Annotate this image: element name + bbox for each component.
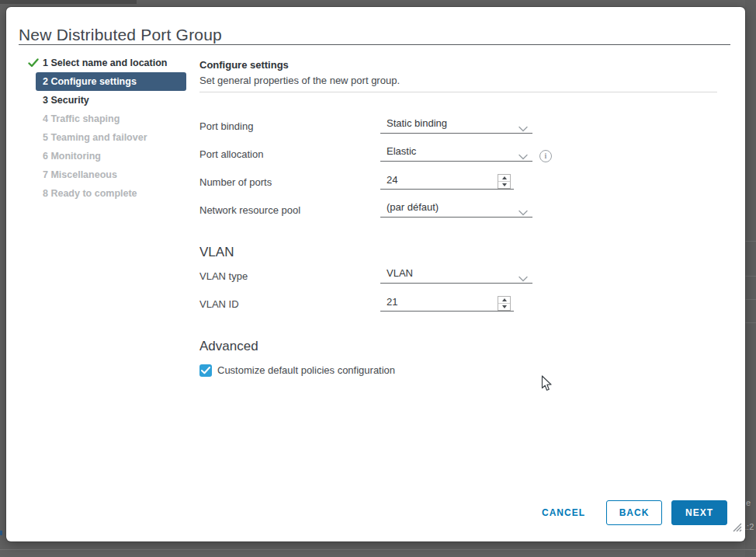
step-traffic-shaping: 4 Traffic shaping	[6, 110, 197, 128]
stepper-up-button[interactable]	[498, 297, 510, 304]
pane-divider	[199, 92, 717, 92]
pane-subheading: Set general properties of the new port g…	[199, 75, 400, 87]
screen: e 1:2 New Distributed Port Group 1 Selec…	[0, 0, 756, 557]
step-monitoring: 6 Monitoring	[6, 147, 197, 165]
back-button[interactable]: BACK	[606, 500, 662, 525]
step-label: 1 Select name and location	[43, 57, 167, 68]
background-text-fragment: e	[746, 498, 751, 507]
stepper-down-button[interactable]	[498, 304, 510, 310]
customize-policies-label: Customize default policies configuration	[217, 364, 395, 378]
step-label: 7 Miscellaneous	[43, 169, 117, 180]
step-miscellaneous: 7 Miscellaneous	[6, 165, 197, 184]
vlan-id-label: VLAN ID	[199, 298, 239, 312]
customize-policies-checkbox[interactable]	[199, 364, 212, 377]
port-allocation-value: Elastic	[387, 145, 416, 157]
next-button[interactable]: NEXT	[671, 500, 727, 525]
vlan-type-value: VLAN	[387, 267, 413, 279]
vlan-type-select[interactable]: VLAN	[380, 263, 532, 284]
background-blue-fragment	[0, 531, 2, 535]
step-label: 2 Configure settings	[43, 76, 137, 87]
vlan-id-input[interactable]	[387, 296, 480, 308]
step-label: 8 Ready to complete	[43, 188, 137, 199]
background-row-divider	[745, 276, 756, 277]
chevron-down-icon	[518, 271, 528, 277]
network-resource-pool-select[interactable]: (par défaut)	[380, 197, 532, 218]
resize-grip[interactable]	[733, 521, 742, 531]
step-teaming-and-failover: 5 Teaming and failover	[6, 128, 197, 147]
pane-heading: Configure settings	[199, 59, 289, 71]
chevron-down-icon	[518, 121, 528, 127]
background-row-divider	[745, 299, 756, 300]
wizard-steps: 1 Select name and location 2 Configure s…	[6, 54, 197, 203]
dialog-title: New Distributed Port Group	[19, 26, 222, 44]
background-right-strip	[745, 0, 756, 557]
port-binding-select[interactable]: Static binding	[380, 113, 532, 134]
step-select-name-and-location[interactable]: 1 Select name and location	[6, 54, 197, 72]
step-label: 3 Security	[43, 95, 89, 106]
step-security[interactable]: 3 Security	[6, 91, 197, 110]
port-allocation-select[interactable]: Elastic	[380, 141, 532, 162]
vlan-section-heading: VLAN	[199, 244, 234, 261]
chevron-down-icon	[518, 149, 528, 155]
network-resource-pool-label: Network resource pool	[199, 204, 300, 218]
port-allocation-label: Port allocation	[199, 148, 263, 162]
step-label: 4 Traffic shaping	[43, 113, 120, 124]
title-divider	[19, 44, 730, 45]
background-row-divider	[745, 241, 756, 242]
number-of-ports-input[interactable]	[387, 174, 480, 186]
stepper-down-button[interactable]	[498, 182, 510, 188]
step-configure-settings[interactable]: 2 Configure settings	[36, 72, 186, 91]
new-distributed-port-group-dialog: New Distributed Port Group 1 Select name…	[6, 7, 745, 541]
background-topbar	[0, 0, 137, 4]
vlan-type-label: VLAN type	[199, 270, 248, 284]
advanced-section-heading: Advanced	[199, 338, 258, 355]
background-bottom-divider	[0, 549, 756, 550]
stepper-up-button[interactable]	[498, 175, 510, 182]
step-ready-to-complete: 8 Ready to complete	[6, 184, 197, 203]
background-row-divider	[745, 322, 756, 323]
number-of-ports-field	[380, 169, 514, 190]
check-icon	[28, 57, 39, 68]
vlan-id-field	[380, 291, 514, 312]
cancel-button[interactable]: CANCEL	[534, 500, 593, 525]
info-icon[interactable]: i	[539, 150, 552, 162]
step-label: 5 Teaming and failover	[43, 132, 147, 143]
port-binding-label: Port binding	[199, 120, 253, 134]
number-of-ports-label: Number of ports	[199, 176, 272, 190]
port-binding-value: Static binding	[387, 117, 447, 129]
step-label: 6 Monitoring	[43, 151, 101, 162]
vlan-id-stepper	[498, 296, 511, 311]
chevron-down-icon	[518, 205, 528, 211]
network-resource-pool-value: (par défaut)	[387, 201, 439, 213]
number-of-ports-stepper	[498, 174, 511, 189]
